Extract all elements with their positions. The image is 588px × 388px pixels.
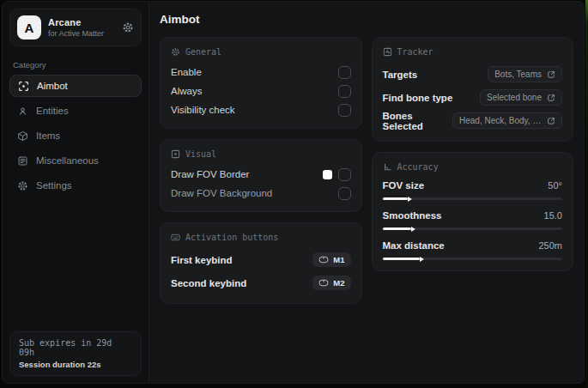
second-keybind-button[interactable]: M2 (312, 276, 350, 290)
sidebar-item-label: Aimbot (37, 81, 68, 91)
app-window: A Arcane for Active Matter Category Aimb… (2, 1, 585, 384)
main-content: Aimbot General Enable (149, 2, 584, 383)
setting-row-visibility-check: Visibility check (171, 100, 351, 119)
select-value: Selected bone (487, 93, 542, 102)
slider-fill (383, 258, 421, 260)
setting-row-enable: Enable (171, 63, 351, 82)
expand-select-icon (547, 94, 555, 102)
targets-select[interactable]: Bots, Teams (488, 66, 562, 82)
tracker-card: Tracker Targets Bots, Teams (372, 37, 574, 142)
slider-fill (383, 227, 412, 230)
smoothness-value: 15.0 (544, 210, 562, 221)
setting-label: Max distance (383, 240, 445, 251)
person-scan-icon (17, 106, 28, 117)
app-name: Arcane (48, 17, 115, 27)
slider-fill (383, 197, 408, 200)
fov-border-checkbox[interactable] (338, 168, 351, 181)
angle-icon (383, 162, 392, 172)
subscription-info: Sub expires in 29d 09h Session duration … (9, 331, 142, 376)
category-label: Category (13, 60, 138, 70)
setting-label: First keybind (171, 255, 233, 265)
enable-checkbox[interactable] (338, 66, 351, 79)
activity-square-icon (383, 47, 392, 57)
sidebar-item-label: Entities (36, 106, 69, 116)
setting-label: Find bone type (383, 93, 453, 103)
cube-icon (17, 130, 28, 142)
fov-background-checkbox[interactable] (338, 187, 351, 200)
sidebar: A Arcane for Active Matter Category Aimb… (3, 2, 149, 383)
setting-label: Visibility check (171, 105, 235, 115)
keybind-value: M1 (333, 255, 344, 264)
find-bone-type-select[interactable]: Selected bone (480, 89, 562, 106)
fov-size-slider[interactable] (383, 197, 563, 200)
app-identity: Arcane for Active Matter (48, 17, 115, 38)
visual-card: Visual Draw FOV Border Draw FOV Backgrou… (160, 139, 362, 212)
focus-square-icon (171, 149, 180, 159)
setting-row-fov-size: FOV size 50° (383, 178, 563, 200)
fov-border-color-swatch[interactable] (323, 170, 332, 179)
setting-label: Always (171, 86, 202, 96)
max-distance-value: 250m (538, 240, 562, 251)
sidebar-item-label: Items (36, 130, 60, 141)
sub-expiry-text: Sub expires in 29d 09h (19, 338, 132, 357)
setting-label: Draw FOV Border (171, 169, 249, 179)
visibility-check-checkbox[interactable] (338, 104, 351, 117)
setting-label: FOV size (383, 180, 425, 191)
setting-row-find-bone-type: Find bone type Selected bone (383, 86, 563, 109)
general-card-header: General (171, 47, 351, 57)
setting-row-smoothness: Smoothness 15.0 (383, 208, 563, 230)
setting-row-fov-border: Draw FOV Border (171, 165, 351, 184)
accuracy-card-header: Accuracy (383, 162, 563, 172)
page-title: Aimbot (160, 13, 573, 26)
gear-icon[interactable] (122, 21, 134, 33)
expand-select-icon (547, 117, 555, 125)
sidebar-item-items[interactable]: Items (9, 124, 142, 147)
setting-row-always: Always (171, 82, 351, 100)
select-value: Head, Neck, Body, Pe.. (459, 116, 542, 125)
right-column: Tracker Targets Bots, Teams (372, 37, 574, 304)
bones-selected-select[interactable]: Head, Neck, Body, Pe.. (452, 112, 562, 129)
activation-buttons-card: Activation buttons First keybind M1 (160, 222, 362, 304)
accuracy-card: Accuracy FOV size 50° Smoothness (372, 152, 574, 271)
card-title: Visual (185, 149, 216, 159)
gear-icon (171, 47, 180, 57)
activation-card-header: Activation buttons (171, 233, 351, 242)
card-title: Tracker (397, 47, 433, 57)
setting-row-second-keybind: Second keybind M2 (171, 271, 351, 294)
session-duration-text: Session duration 22s (19, 360, 132, 369)
setting-label: Smoothness (383, 210, 442, 221)
sidebar-nav: Aimbot Entities Items Mis (3, 75, 149, 199)
always-checkbox[interactable] (338, 85, 351, 98)
setting-row-bones-selected: Bones Selected Head, Neck, Body, Pe.. (383, 109, 563, 132)
sidebar-item-settings[interactable]: Settings (9, 174, 142, 197)
list-panel-icon (17, 155, 28, 167)
sidebar-item-entities[interactable]: Entities (9, 100, 142, 122)
setting-row-first-keybind: First keybind M1 (171, 248, 351, 271)
max-distance-slider[interactable] (383, 258, 563, 260)
gear-icon (17, 180, 28, 191)
sidebar-item-miscellaneous[interactable]: Miscellaneous (9, 149, 142, 172)
setting-row-targets: Targets Bots, Teams (383, 63, 563, 86)
setting-label: Enable (171, 67, 202, 77)
smoothness-slider[interactable] (383, 227, 563, 230)
general-card: General Enable Always Visibility check (160, 37, 362, 129)
crosshair-icon (18, 81, 29, 92)
left-column: General Enable Always Visibility check (160, 37, 362, 304)
expand-select-icon (547, 70, 555, 79)
card-title: General (185, 47, 221, 57)
mouse-icon (318, 256, 329, 264)
setting-row-fov-background: Draw FOV Background (171, 184, 351, 203)
card-title: Accuracy (397, 162, 439, 172)
mouse-icon (318, 279, 329, 287)
first-keybind-button[interactable]: M1 (312, 252, 350, 267)
setting-label: Second keybind (171, 278, 246, 288)
visual-card-header: Visual (171, 149, 351, 159)
setting-label: Draw FOV Background (171, 188, 272, 198)
setting-label: Bones Selected (383, 111, 453, 131)
card-title: Activation buttons (185, 233, 278, 242)
sidebar-item-aimbot[interactable]: Aimbot (9, 75, 142, 97)
sidebar-header: A Arcane for Active Matter (9, 9, 142, 46)
setting-row-max-distance: Max distance 250m (383, 238, 563, 260)
select-value: Bots, Teams (494, 70, 542, 79)
app-tagline: for Active Matter (48, 29, 115, 38)
